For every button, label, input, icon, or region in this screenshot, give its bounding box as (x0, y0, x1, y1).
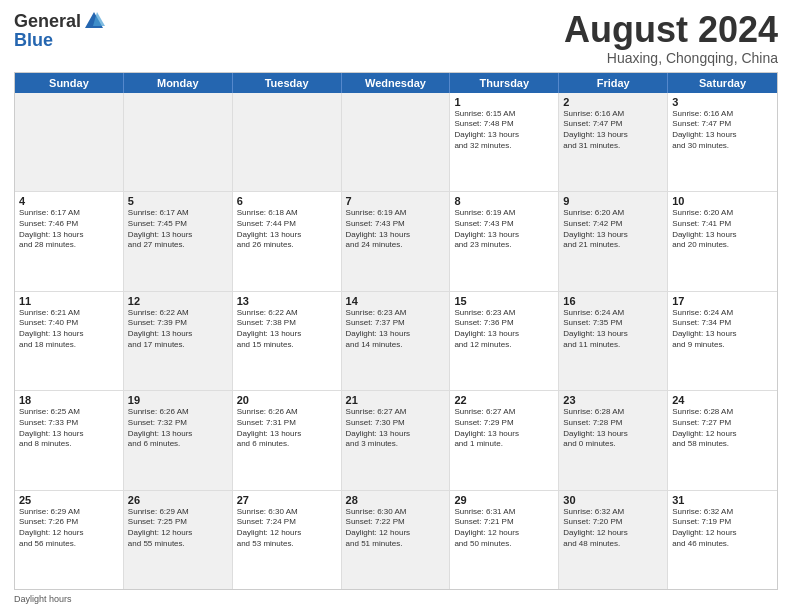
day-info: Sunrise: 6:30 AM Sunset: 7:22 PM Dayligh… (346, 507, 446, 550)
calendar-cell: 30Sunrise: 6:32 AM Sunset: 7:20 PM Dayli… (559, 491, 668, 589)
day-number: 20 (237, 394, 337, 406)
day-number: 10 (672, 195, 773, 207)
day-number: 31 (672, 494, 773, 506)
day-info: Sunrise: 6:32 AM Sunset: 7:20 PM Dayligh… (563, 507, 663, 550)
day-info: Sunrise: 6:22 AM Sunset: 7:39 PM Dayligh… (128, 308, 228, 351)
logo: General (14, 10, 105, 32)
calendar-cell: 27Sunrise: 6:30 AM Sunset: 7:24 PM Dayli… (233, 491, 342, 589)
day-info: Sunrise: 6:20 AM Sunset: 7:42 PM Dayligh… (563, 208, 663, 251)
day-info: Sunrise: 6:26 AM Sunset: 7:32 PM Dayligh… (128, 407, 228, 450)
day-info: Sunrise: 6:30 AM Sunset: 7:24 PM Dayligh… (237, 507, 337, 550)
calendar-cell: 3Sunrise: 6:16 AM Sunset: 7:47 PM Daylig… (668, 93, 777, 191)
calendar-cell: 15Sunrise: 6:23 AM Sunset: 7:36 PM Dayli… (450, 292, 559, 390)
calendar-cell: 2Sunrise: 6:16 AM Sunset: 7:47 PM Daylig… (559, 93, 668, 191)
calendar-cell (342, 93, 451, 191)
day-number: 14 (346, 295, 446, 307)
day-number: 30 (563, 494, 663, 506)
calendar-cell: 25Sunrise: 6:29 AM Sunset: 7:26 PM Dayli… (15, 491, 124, 589)
cal-header-cell: Wednesday (342, 73, 451, 93)
calendar-cell: 19Sunrise: 6:26 AM Sunset: 7:32 PM Dayli… (124, 391, 233, 489)
day-number: 24 (672, 394, 773, 406)
day-number: 23 (563, 394, 663, 406)
calendar-cell: 16Sunrise: 6:24 AM Sunset: 7:35 PM Dayli… (559, 292, 668, 390)
day-info: Sunrise: 6:31 AM Sunset: 7:21 PM Dayligh… (454, 507, 554, 550)
day-number: 2 (563, 96, 663, 108)
day-info: Sunrise: 6:27 AM Sunset: 7:29 PM Dayligh… (454, 407, 554, 450)
title-area: August 2024 Huaxing, Chongqing, China (564, 10, 778, 66)
day-info: Sunrise: 6:19 AM Sunset: 7:43 PM Dayligh… (454, 208, 554, 251)
calendar-cell: 14Sunrise: 6:23 AM Sunset: 7:37 PM Dayli… (342, 292, 451, 390)
calendar-cell: 20Sunrise: 6:26 AM Sunset: 7:31 PM Dayli… (233, 391, 342, 489)
calendar-week: 11Sunrise: 6:21 AM Sunset: 7:40 PM Dayli… (15, 291, 777, 390)
day-number: 5 (128, 195, 228, 207)
day-number: 25 (19, 494, 119, 506)
day-number: 17 (672, 295, 773, 307)
day-info: Sunrise: 6:23 AM Sunset: 7:37 PM Dayligh… (346, 308, 446, 351)
logo-blue-text: Blue (14, 30, 53, 51)
cal-header-cell: Sunday (15, 73, 124, 93)
day-info: Sunrise: 6:24 AM Sunset: 7:34 PM Dayligh… (672, 308, 773, 351)
calendar-cell: 28Sunrise: 6:30 AM Sunset: 7:22 PM Dayli… (342, 491, 451, 589)
calendar-cell: 21Sunrise: 6:27 AM Sunset: 7:30 PM Dayli… (342, 391, 451, 489)
page-title: August 2024 (564, 10, 778, 50)
calendar-cell: 9Sunrise: 6:20 AM Sunset: 7:42 PM Daylig… (559, 192, 668, 290)
day-info: Sunrise: 6:17 AM Sunset: 7:46 PM Dayligh… (19, 208, 119, 251)
calendar-cell: 18Sunrise: 6:25 AM Sunset: 7:33 PM Dayli… (15, 391, 124, 489)
day-number: 4 (19, 195, 119, 207)
calendar-cell (233, 93, 342, 191)
calendar-week: 4Sunrise: 6:17 AM Sunset: 7:46 PM Daylig… (15, 191, 777, 290)
day-info: Sunrise: 6:23 AM Sunset: 7:36 PM Dayligh… (454, 308, 554, 351)
day-info: Sunrise: 6:27 AM Sunset: 7:30 PM Dayligh… (346, 407, 446, 450)
calendar-cell: 5Sunrise: 6:17 AM Sunset: 7:45 PM Daylig… (124, 192, 233, 290)
page: General Blue August 2024 Huaxing, Chongq… (0, 0, 792, 612)
day-number: 3 (672, 96, 773, 108)
calendar-week: 1Sunrise: 6:15 AM Sunset: 7:48 PM Daylig… (15, 93, 777, 191)
day-info: Sunrise: 6:28 AM Sunset: 7:28 PM Dayligh… (563, 407, 663, 450)
day-number: 21 (346, 394, 446, 406)
logo-general-text: General (14, 12, 81, 30)
calendar: SundayMondayTuesdayWednesdayThursdayFrid… (14, 72, 778, 590)
day-info: Sunrise: 6:26 AM Sunset: 7:31 PM Dayligh… (237, 407, 337, 450)
day-number: 13 (237, 295, 337, 307)
calendar-cell: 22Sunrise: 6:27 AM Sunset: 7:29 PM Dayli… (450, 391, 559, 489)
day-number: 18 (19, 394, 119, 406)
day-number: 15 (454, 295, 554, 307)
day-number: 16 (563, 295, 663, 307)
day-number: 11 (19, 295, 119, 307)
day-number: 6 (237, 195, 337, 207)
calendar-cell: 7Sunrise: 6:19 AM Sunset: 7:43 PM Daylig… (342, 192, 451, 290)
calendar-cell: 1Sunrise: 6:15 AM Sunset: 7:48 PM Daylig… (450, 93, 559, 191)
cal-header-cell: Monday (124, 73, 233, 93)
day-info: Sunrise: 6:17 AM Sunset: 7:45 PM Dayligh… (128, 208, 228, 251)
calendar-cell: 4Sunrise: 6:17 AM Sunset: 7:46 PM Daylig… (15, 192, 124, 290)
day-info: Sunrise: 6:22 AM Sunset: 7:38 PM Dayligh… (237, 308, 337, 351)
day-number: 19 (128, 394, 228, 406)
logo-icon (83, 10, 105, 32)
day-info: Sunrise: 6:18 AM Sunset: 7:44 PM Dayligh… (237, 208, 337, 251)
day-info: Sunrise: 6:28 AM Sunset: 7:27 PM Dayligh… (672, 407, 773, 450)
logo-area: General Blue (14, 10, 105, 51)
calendar-cell: 17Sunrise: 6:24 AM Sunset: 7:34 PM Dayli… (668, 292, 777, 390)
day-number: 29 (454, 494, 554, 506)
calendar-week: 25Sunrise: 6:29 AM Sunset: 7:26 PM Dayli… (15, 490, 777, 589)
calendar-header: SundayMondayTuesdayWednesdayThursdayFrid… (15, 73, 777, 93)
cal-header-cell: Thursday (450, 73, 559, 93)
day-info: Sunrise: 6:29 AM Sunset: 7:26 PM Dayligh… (19, 507, 119, 550)
day-info: Sunrise: 6:20 AM Sunset: 7:41 PM Dayligh… (672, 208, 773, 251)
day-number: 9 (563, 195, 663, 207)
day-number: 26 (128, 494, 228, 506)
cal-header-cell: Saturday (668, 73, 777, 93)
day-info: Sunrise: 6:19 AM Sunset: 7:43 PM Dayligh… (346, 208, 446, 251)
calendar-cell: 23Sunrise: 6:28 AM Sunset: 7:28 PM Dayli… (559, 391, 668, 489)
header: General Blue August 2024 Huaxing, Chongq… (14, 10, 778, 66)
calendar-cell: 8Sunrise: 6:19 AM Sunset: 7:43 PM Daylig… (450, 192, 559, 290)
calendar-week: 18Sunrise: 6:25 AM Sunset: 7:33 PM Dayli… (15, 390, 777, 489)
day-info: Sunrise: 6:29 AM Sunset: 7:25 PM Dayligh… (128, 507, 228, 550)
day-number: 27 (237, 494, 337, 506)
day-info: Sunrise: 6:24 AM Sunset: 7:35 PM Dayligh… (563, 308, 663, 351)
calendar-cell (124, 93, 233, 191)
day-info: Sunrise: 6:15 AM Sunset: 7:48 PM Dayligh… (454, 109, 554, 152)
day-number: 28 (346, 494, 446, 506)
day-number: 12 (128, 295, 228, 307)
page-subtitle: Huaxing, Chongqing, China (564, 50, 778, 66)
